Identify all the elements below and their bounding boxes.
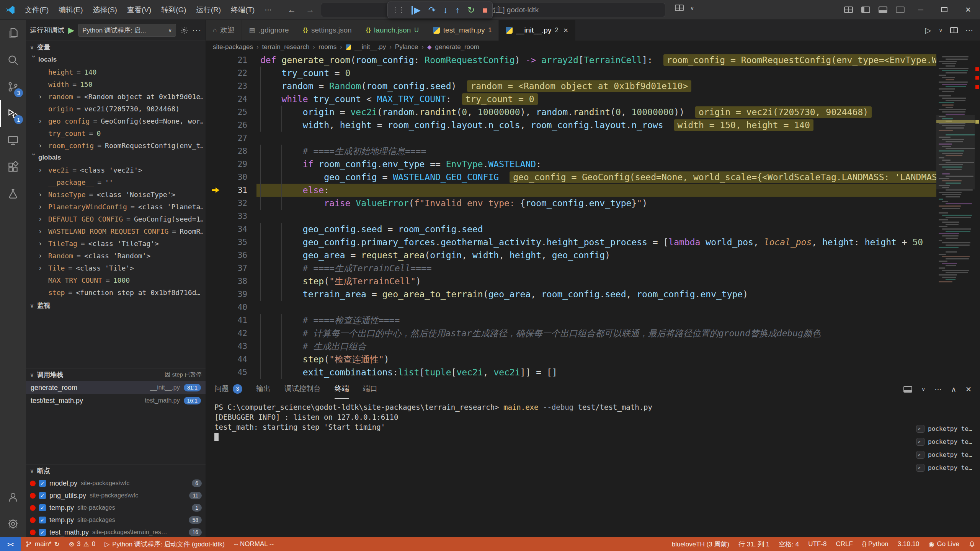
language-mode[interactable]: {} Python (858, 537, 893, 551)
gutter-line-41[interactable]: 41 (206, 314, 256, 327)
indentation[interactable]: 空格: 4 (774, 537, 804, 551)
code-line-27[interactable] (256, 132, 980, 145)
toggle-primary-sidebar-icon[interactable] (861, 7, 870, 13)
debug-config-select[interactable]: Python 调试程序: 启... ∨ (78, 24, 176, 37)
step-over-button[interactable]: ↷ (428, 6, 436, 15)
variable-MAX_TRY_COUNT[interactable]: MAX_TRY_COUNT=1000 (26, 274, 206, 286)
variable-NoiseType[interactable]: ›NoiseType=<class 'NoiseType'> (26, 188, 206, 201)
variables-group-globals[interactable]: ›globals (26, 152, 206, 164)
breadcrumb-item[interactable]: rooms (318, 43, 336, 51)
more-actions-icon[interactable]: ··· (192, 26, 202, 34)
breakpoint-checkbox[interactable]: ✓ (39, 529, 46, 536)
gutter-line-37[interactable]: 37 (206, 262, 256, 275)
code-line-44[interactable]: step("检查连通性") (256, 353, 980, 366)
callstack-frame-test/test_math.py[interactable]: test/test_math.pytest_math.py16:1 (26, 394, 206, 407)
activity-remote-explorer[interactable] (0, 127, 26, 154)
tab-test_math.py[interactable]: test_math.py1 (426, 20, 499, 41)
close-tab-icon[interactable]: ✕ (563, 27, 568, 34)
minimap[interactable] (936, 54, 975, 379)
gutter-line-27[interactable]: 27 (206, 132, 256, 145)
variable-random[interactable]: ›random=<Random object at 0x1bf9d01e… (26, 90, 206, 103)
terminal-instance-1[interactable]: >_pocketpy te… (915, 422, 975, 435)
eol[interactable]: CRLF (831, 537, 857, 551)
start-debug-button[interactable]: ▶ (68, 26, 74, 35)
code-line-38[interactable]: step("生成TerrainCell") (256, 275, 980, 288)
variables-group-locals[interactable]: ›locals (26, 54, 206, 66)
code-line-31[interactable]: else: (256, 184, 980, 197)
tab-.gdignore[interactable]: ▤.gdignore (242, 20, 296, 41)
variable-try_count[interactable]: try_count=0 (26, 127, 206, 139)
breakpoint-temp.py[interactable]: ✓temp.pysite-packages1 (26, 502, 206, 514)
activity-extensions[interactable] (0, 154, 26, 181)
breakpoint-png_utils.py[interactable]: ✓png_utils.pysite-packages\wfc11 (26, 489, 206, 502)
debug-config-status[interactable]: ▷ Python 调试程序: 启动文件 (godot-ldtk) (100, 537, 229, 551)
code-line-29[interactable]: if room_config.env_type == EnvType.WASTE… (256, 158, 980, 171)
variable-room_config[interactable]: ›room_config=RoomRequestConfig(env_t… (26, 139, 206, 152)
minimize-button[interactable]: ─ (909, 0, 933, 20)
code-line-43[interactable]: # 生成出口组合 (256, 340, 980, 353)
variable-Random[interactable]: ›Random=<class 'Random'> (26, 249, 206, 262)
gutter-line-31[interactable]: 31 (206, 184, 256, 197)
variable-step[interactable]: step=<function step at 0x1bf8d716d… (26, 286, 206, 298)
activity-run-debug[interactable]: 1 (0, 100, 26, 127)
code-line-30[interactable]: geo_config = WASTELAND_GEO_CONFIGgeo_con… (256, 171, 980, 184)
close-button[interactable]: ✕ (956, 0, 980, 20)
panel-maximize-icon[interactable]: ∧ (951, 385, 956, 394)
gutter-line-42[interactable]: 42 (206, 327, 256, 340)
run-python-file-button[interactable]: ▷ (925, 26, 931, 35)
git-branch[interactable]: main* ↻ (21, 537, 64, 551)
tab-__init__.py[interactable]: __init__.py2✕ (499, 20, 575, 41)
variable-width[interactable]: width=150 (26, 78, 206, 90)
breadcrumb-item[interactable]: __init__.py (354, 43, 386, 51)
breakpoint-checkbox[interactable]: ✓ (39, 504, 46, 511)
breakpoint-checkbox[interactable]: ✓ (39, 517, 46, 523)
panel-more-icon[interactable]: ⋯ (934, 385, 942, 394)
activity-testing[interactable] (0, 181, 26, 207)
breakpoints-section-header[interactable]: ∨ 断点 (26, 464, 206, 477)
drag-handle[interactable]: ⋮⋮ (392, 7, 404, 13)
gutter-line-28[interactable]: 28 (206, 145, 256, 158)
gutter-line-29[interactable]: 29 (206, 158, 256, 171)
gutter-line-24[interactable]: 24 (206, 93, 256, 106)
code-line-21[interactable]: def generate_room(room_config: RoomReque… (256, 54, 980, 67)
activity-settings[interactable] (0, 510, 26, 537)
menu-查看(V)[interactable]: 查看(V) (122, 3, 156, 17)
panel-close-icon[interactable]: ✕ (965, 385, 972, 394)
command-center[interactable]: [快速开发宿主] godot-ldtk (321, 3, 665, 17)
code-line-24[interactable]: while try_count < MAX_TRY_COUNT:try_coun… (256, 93, 980, 106)
editor-more-icon[interactable]: ⋯ (965, 26, 973, 35)
gutter-line-21[interactable]: 21 (206, 54, 256, 67)
git-blame[interactable]: blueloveTH (3 周前) (667, 537, 734, 551)
chevron-down-icon[interactable]: ∨ (939, 28, 942, 33)
menu-运行(R)[interactable]: 运行(R) (191, 3, 226, 17)
split-editor-icon[interactable] (950, 27, 958, 33)
code-line-35[interactable]: geo_config.primary_forces.geothermal_act… (256, 236, 980, 249)
menu-⋯[interactable]: ⋯ (260, 3, 277, 17)
code-line-28[interactable]: # ====生成初始地理信息==== (256, 145, 980, 158)
activity-explorer[interactable] (0, 20, 26, 47)
toggle-panel-icon[interactable] (879, 7, 887, 13)
variable-vec2i[interactable]: ›vec2i=<class 'vec2i'> (26, 164, 206, 176)
variable-DEFAULT_GEO_CONFIG[interactable]: ›DEFAULT_GEO_CONFIG=GeoConfig(seed=1… (26, 213, 206, 225)
gutter-line-44[interactable]: 44 (206, 353, 256, 366)
variable-__package__[interactable]: __package__='' (26, 176, 206, 188)
gutter-line-43[interactable]: 43 (206, 340, 256, 353)
variable-Tile[interactable]: ›Tile=<class 'Tile'> (26, 262, 206, 274)
code-line-45[interactable]: exit_combinations:list[tuple[vec2i, vec2… (256, 366, 980, 379)
menu-选择(S)[interactable]: 选择(S) (88, 3, 122, 17)
gutter-line-22[interactable]: 22 (206, 67, 256, 80)
terminal-instance-4[interactable]: >_pocketpy te… (915, 461, 975, 474)
code-line-22[interactable]: try_count = 0 (256, 67, 980, 80)
remote-indicator[interactable]: >< (0, 537, 21, 551)
gutter-line-32[interactable]: 32 (206, 197, 256, 210)
editor-code[interactable]: def generate_room(room_config: RoomReque… (256, 54, 980, 379)
toggle-secondary-sidebar-icon[interactable] (896, 7, 905, 13)
panel-tab-输出[interactable]: 输出 (256, 379, 271, 399)
breadcrumb-item[interactable]: generate_room (435, 43, 479, 51)
breakpoint-checkbox[interactable]: ✓ (39, 480, 46, 487)
callstack-section-header[interactable]: ∨ 调用堆栈 因 step 已暂停 (26, 368, 206, 381)
gutter-line-26[interactable]: 26 (206, 119, 256, 132)
breakpoint-temp.py[interactable]: ✓temp.pysite-packages58 (26, 514, 206, 526)
notifications[interactable] (964, 537, 980, 551)
gutter-line-45[interactable]: 45 (206, 366, 256, 379)
